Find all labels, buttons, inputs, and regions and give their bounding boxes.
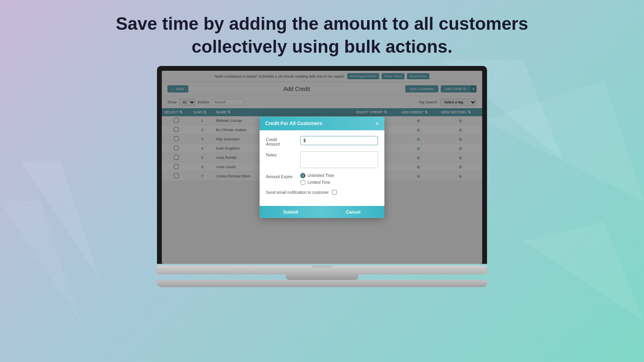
limited-time-radio[interactable]: [300, 180, 305, 185]
email-notify-label: Send email notification to customer: [266, 190, 329, 195]
headline-area: Save time by adding the amount to all cu…: [35, 0, 609, 66]
unlimited-time-option[interactable]: Unlimited Time: [300, 173, 334, 178]
svg-marker-3: [0, 201, 80, 322]
credit-amount-input[interactable]: [300, 136, 378, 145]
laptop-stand: [286, 274, 358, 280]
headline-text: Save time by adding the amount to all cu…: [116, 12, 528, 58]
amount-expire-row: Amount Expire Unlimited Time Limited Tim…: [266, 173, 378, 185]
unlimited-time-label: Unlimited Time: [308, 173, 334, 178]
credit-amount-label: CreditAmount: [266, 136, 296, 146]
limited-time-label: Limited Time: [308, 180, 330, 185]
credit-amount-row: CreditAmount: [266, 136, 378, 146]
modal-body: CreditAmount Notes Amount Expire: [260, 130, 384, 206]
modal-close-button[interactable]: ×: [376, 121, 379, 126]
notes-row: Notes: [266, 151, 378, 168]
amount-expire-label: Amount Expire: [266, 173, 296, 179]
laptop-feet: [157, 280, 487, 287]
email-notification-row: Send email notification to customer: [266, 190, 378, 195]
notes-textarea[interactable]: [300, 151, 378, 168]
svg-marker-4: [523, 221, 644, 322]
credit-for-all-customers-modal: Credit For All Customers × CreditAmount …: [260, 117, 384, 218]
notes-label: Notes: [266, 151, 296, 157]
modal-footer: Submit Cancel: [260, 206, 384, 218]
modal-overlay: Credit For All Customers × CreditAmount …: [162, 71, 482, 264]
laptop-screen-inner: Need Assistance in Setup? Schedule a 15-…: [162, 71, 482, 264]
laptop-screen-area: Need Assistance in Setup? Schedule a 15-…: [157, 66, 487, 264]
modal-title: Credit For All Customers: [265, 121, 322, 126]
cancel-button[interactable]: Cancel: [322, 206, 384, 218]
svg-marker-1: [483, 80, 644, 201]
laptop-base: [157, 265, 487, 274]
laptop-container: Need Assistance in Setup? Schedule a 15-…: [157, 66, 487, 287]
unlimited-time-radio[interactable]: [300, 173, 305, 178]
modal-header: Credit For All Customers ×: [260, 117, 384, 130]
amount-expire-options: Unlimited Time Limited Time: [300, 173, 334, 185]
submit-button[interactable]: Submit: [260, 206, 322, 218]
svg-marker-2: [20, 161, 101, 282]
email-notify-checkbox[interactable]: [332, 190, 337, 195]
limited-time-option[interactable]: Limited Time: [300, 180, 334, 185]
headline-line2: collectively using bulk actions.: [192, 37, 452, 56]
headline-line1: Save time by adding the amount to all cu…: [116, 14, 528, 33]
